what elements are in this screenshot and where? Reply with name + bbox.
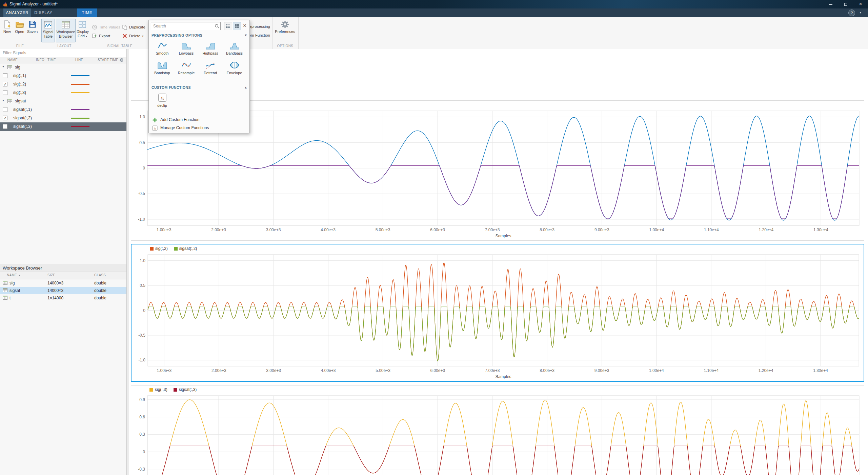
section-label-signal-table: SIGNAL TABLE: [89, 44, 151, 48]
signal-checkbox[interactable]: ✓: [3, 116, 7, 120]
workspace-rows: sig14000×3doublesigsat14000×3doublet1×14…: [0, 279, 126, 302]
x-tick-label: 9.00e+3: [594, 227, 609, 232]
section-label-layout: LAYOUT: [40, 44, 89, 48]
display-panel-3[interactable]: sig(:,3)sigsat(:,3)1.00e+32.00e+33.00e+3…: [131, 385, 864, 475]
tab-analyzer[interactable]: ANALYZER: [3, 8, 31, 17]
filter-signals-input[interactable]: [0, 49, 126, 57]
manage-custom-functions-item[interactable]: fxManage Custom Functions: [149, 124, 249, 132]
help-caret-icon[interactable]: ▾: [860, 11, 861, 14]
y-tick-label: 0.9: [139, 397, 145, 402]
signal-group-row-sigsat[interactable]: ▾sigsat: [0, 97, 126, 105]
x-tick-label: 1.30e+4: [813, 227, 828, 232]
signal-row-sig(:,1)[interactable]: sig(:,1): [0, 72, 126, 80]
time-values-button[interactable]: Time Values: [92, 24, 120, 31]
minimize-button[interactable]: [823, 0, 838, 8]
signal-group-row-sig[interactable]: ▾sig: [0, 63, 126, 72]
add-custom-function-item[interactable]: Add Custom Function: [149, 116, 249, 124]
collapse-section-icon[interactable]: ▴: [245, 85, 247, 89]
bandstop-icon: [150, 60, 174, 71]
signal-checkbox[interactable]: [3, 107, 7, 112]
gallery-close-button[interactable]: ✕: [242, 23, 247, 28]
tab-time[interactable]: TIME: [77, 8, 97, 17]
ribbon-section-options: Preferences OPTIONS: [272, 17, 299, 49]
delete-button[interactable]: Delete ▾: [122, 33, 143, 39]
tab-display[interactable]: DISPLAY: [32, 8, 55, 17]
gallery-item-declip[interactable]: fxdeclip: [150, 92, 174, 111]
variable-size: 14000×3: [47, 281, 63, 285]
ws-col-size: SIZE: [47, 273, 55, 277]
gallery-item-smooth[interactable]: Smooth: [150, 39, 174, 59]
expand-caret-icon[interactable]: ▾: [2, 98, 4, 102]
y-tick-label: 0: [143, 308, 145, 313]
gallery-item-bandpass[interactable]: Bandpass: [222, 39, 246, 59]
duplicate-label: Duplicate: [129, 25, 145, 29]
legend-item: sigsat(:,2): [174, 246, 197, 251]
workspace-row-sig[interactable]: sig14000×3double: [0, 279, 126, 287]
signal-row-sig(:,2)[interactable]: ✓sig(:,2): [0, 80, 126, 88]
line-style-swatch[interactable]: [71, 118, 89, 119]
signal-row-sigsat(:,2)[interactable]: ✓sigsat(:,2): [0, 114, 126, 122]
series-sigsat(:,3): [147, 446, 859, 475]
gallery-item-bandstop[interactable]: Bandstop: [150, 59, 174, 79]
duplicate-button[interactable]: Duplicate: [122, 24, 145, 31]
x-tick-label: 1.30e+4: [813, 368, 828, 373]
y-tick-label: 0.3: [139, 432, 145, 437]
variable-size: 1×14000: [47, 296, 63, 300]
y-tick-label: -0.5: [138, 191, 145, 196]
x-tick-label: 6.00e+3: [430, 227, 445, 232]
plot-svg-3: 1.00e+32.00e+33.00e+34.00e+35.00e+36.00e…: [131, 394, 864, 475]
variable-name: sigsat: [9, 288, 20, 293]
gallery-item-resample[interactable]: Resample: [174, 59, 198, 79]
window-title: Signal Analyzer - untitled*: [9, 2, 58, 6]
signal-checkbox[interactable]: [3, 124, 7, 129]
gallery-item-envelope[interactable]: Envelope: [222, 59, 246, 79]
gallery-item-highpass[interactable]: Highpass: [198, 39, 222, 59]
line-style-swatch[interactable]: [71, 84, 89, 85]
help-button[interactable]: ?: [848, 9, 855, 16]
gallery-search-input[interactable]: [151, 22, 221, 30]
signal-row-sig(:,3)[interactable]: sig(:,3): [0, 88, 126, 97]
filter-signals-box[interactable]: [0, 49, 126, 57]
line-style-swatch[interactable]: [71, 92, 89, 93]
workspace-browser-toggle[interactable]: Workspace Browser: [56, 19, 76, 42]
signal-row-sigsat(:,3)[interactable]: sigsat(:,3): [0, 122, 126, 131]
plot-legend: sig(:,3)sigsat(:,3): [131, 385, 864, 394]
signal-checkbox[interactable]: ✓: [3, 82, 7, 86]
grid-view-button[interactable]: [233, 22, 241, 30]
line-style-swatch[interactable]: [71, 126, 89, 127]
display-panel-2[interactable]: sig(:,2)sigsat(:,2)1.00e+32.00e+33.00e+3…: [131, 244, 864, 382]
collapse-section-icon[interactable]: ▾: [245, 33, 247, 37]
expand-caret-icon[interactable]: ▾: [2, 64, 4, 68]
line-style-swatch[interactable]: [71, 109, 89, 110]
y-tick-label: 1.0: [139, 115, 145, 119]
signal-name: sigsat(:,1): [13, 107, 32, 112]
display-grid-icon: [77, 20, 88, 29]
signal-table-toggle[interactable]: Signal Table: [41, 19, 55, 42]
new-button[interactable]: New: [1, 19, 13, 42]
open-button[interactable]: Open: [14, 19, 26, 42]
signal-checkbox[interactable]: [3, 90, 7, 95]
close-button[interactable]: ✕: [853, 0, 868, 8]
variable-class: double: [94, 296, 106, 300]
maximize-button[interactable]: [838, 0, 853, 8]
signal-checkbox[interactable]: [3, 73, 7, 78]
plot-legend: sig(:,2)sigsat(:,2): [132, 244, 864, 253]
matrix-icon: [7, 65, 12, 70]
variable-class: double: [94, 281, 106, 285]
gallery-item-lowpass[interactable]: Lowpass: [174, 39, 198, 59]
display-grid-button[interactable]: Display Grid ▾: [77, 19, 88, 42]
workspace-row-t[interactable]: t1×14000double: [0, 294, 126, 302]
preferences-button[interactable]: Preferences: [275, 19, 295, 42]
export-button[interactable]: Export: [92, 33, 110, 39]
signal-row-sigsat(:,1)[interactable]: sigsat(:,1): [0, 105, 126, 114]
sort-asc-icon: ▲: [18, 274, 21, 277]
y-tick-label: 1.0: [140, 258, 145, 263]
line-style-swatch[interactable]: [71, 75, 89, 76]
ws-col-class: CLASS: [94, 273, 106, 277]
workspace-row-sigsat[interactable]: sigsat14000×3double: [0, 287, 126, 294]
gallery-item-detrend[interactable]: Detrend: [198, 59, 222, 79]
y-tick-label: 0.5: [139, 140, 145, 145]
list-view-button[interactable]: [224, 22, 232, 30]
save-button[interactable]: Save ▾: [26, 19, 39, 42]
legend-swatch: [174, 247, 178, 251]
